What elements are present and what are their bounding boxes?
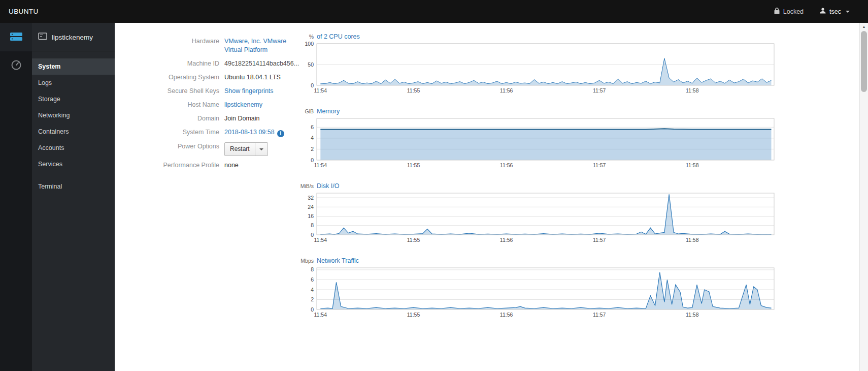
- svg-text:11:55: 11:55: [407, 162, 420, 168]
- info-label: Performance Profile: [152, 161, 219, 170]
- system-info-panel: Hardware VMware, Inc. VMware Virtual Pla…: [115, 37, 296, 371]
- sidebar-item-accounts[interactable]: Accounts: [32, 140, 115, 156]
- chart-unit: MiB/s: [296, 183, 314, 189]
- svg-text:0: 0: [311, 157, 314, 163]
- scrollbar[interactable]: ▲: [859, 23, 868, 371]
- sidebar-item-label: System: [38, 63, 60, 70]
- info-row-domain: Domain Join Domain: [152, 114, 296, 123]
- info-row-power-options: Power Options Restart: [152, 142, 296, 156]
- svg-text:11:57: 11:57: [593, 237, 606, 243]
- network-traffic-chart-plot: 0246811:5411:5511:5611:5711:58: [296, 266, 776, 319]
- svg-text:11:54: 11:54: [314, 162, 327, 168]
- sidebar-item-label: Logs: [38, 79, 52, 86]
- svg-text:11:57: 11:57: [593, 312, 606, 318]
- sidebar-item-system[interactable]: System: [32, 58, 115, 75]
- svg-text:2: 2: [311, 296, 314, 302]
- memory-chart-plot: 024611:5411:5511:5611:5711:58: [296, 116, 776, 169]
- show-fingerprints-link[interactable]: Show fingerprints: [224, 87, 274, 95]
- svg-text:6: 6: [311, 276, 314, 283]
- info-row-host-name: Host Name lipstickenemy: [152, 101, 296, 109]
- charts-panel: % of 2 CPU cores 05010011:5411:5511:5611…: [296, 33, 779, 371]
- info-label: Secure Shell Keys: [152, 87, 219, 96]
- info-label: Power Options: [152, 142, 219, 156]
- cpu-chart-title-link[interactable]: of 2 CPU cores: [317, 33, 360, 40]
- sidebar-item-label: Containers: [38, 128, 69, 135]
- chart-header: GiB Memory: [296, 108, 779, 115]
- svg-text:11:55: 11:55: [407, 87, 420, 94]
- svg-text:0: 0: [311, 232, 314, 238]
- disk-io-chart-plot: 0816243211:5411:5511:5611:5711:58: [296, 191, 776, 244]
- restart-split-button[interactable]: Restart: [224, 142, 268, 156]
- info-label: System Time: [152, 128, 219, 137]
- svg-text:11:56: 11:56: [500, 87, 513, 94]
- sidebar-item-storage[interactable]: Storage: [32, 91, 115, 107]
- svg-text:32: 32: [308, 195, 314, 201]
- chevron-down-icon: [259, 148, 263, 150]
- chart-header: Mbps Network Traffic: [296, 257, 779, 264]
- info-row-system-time: System Time 2018-08-13 09:58i: [152, 128, 296, 137]
- svg-text:16: 16: [308, 213, 314, 219]
- dashboard-tab[interactable]: [0, 51, 32, 80]
- info-row-ssh-keys: Secure Shell Keys Show fingerprints: [152, 87, 296, 96]
- system-time-link[interactable]: 2018-08-13 09:58: [224, 129, 275, 136]
- main-content: Hardware VMware, Inc. VMware Virtual Pla…: [115, 23, 868, 371]
- memory-chart-title-link[interactable]: Memory: [317, 108, 340, 115]
- app-topbar: UBUNTU Locked tsec: [0, 0, 868, 23]
- user-label: tsec: [829, 8, 841, 15]
- info-label: Machine ID: [152, 59, 219, 68]
- info-row-performance-profile: Performance Profile none: [152, 161, 296, 170]
- info-label: Domain: [152, 114, 219, 123]
- scrollbar-thumb[interactable]: [861, 31, 867, 92]
- os-value: Ubuntu 18.04.1 LTS: [224, 73, 281, 82]
- sidebar-item-networking[interactable]: Networking: [32, 107, 115, 123]
- sidebar-item-services[interactable]: Services: [32, 156, 115, 172]
- sidebar-item-logs[interactable]: Logs: [32, 75, 115, 91]
- sidebar-item-label: Storage: [38, 96, 60, 103]
- host-header[interactable]: lipstickenemy: [32, 23, 115, 51]
- svg-text:11:56: 11:56: [500, 162, 513, 168]
- cpu-chart: % of 2 CPU cores 05010011:5411:5511:5611…: [296, 33, 779, 95]
- locked-label: Locked: [783, 8, 804, 15]
- svg-text:11:54: 11:54: [314, 237, 327, 243]
- scroll-up-arrow[interactable]: ▲: [860, 23, 868, 30]
- host-name-link[interactable]: lipstickenemy: [224, 101, 262, 108]
- hardware-link[interactable]: VMware, Inc. VMware Virtual Platform: [224, 37, 296, 54]
- svg-text:11:58: 11:58: [686, 162, 699, 168]
- app-layout: lipstickenemy System Logs Storage Networ…: [0, 23, 868, 371]
- user-menu[interactable]: tsec: [814, 0, 856, 23]
- network-traffic-chart: Mbps Network Traffic 0246811:5411:5511:5…: [296, 257, 779, 319]
- lock-icon: [774, 8, 780, 16]
- performance-profile-value: none: [224, 161, 239, 170]
- svg-text:11:57: 11:57: [593, 162, 606, 168]
- join-domain-action[interactable]: Join Domain: [224, 114, 259, 123]
- svg-text:2: 2: [311, 146, 314, 152]
- locked-indicator[interactable]: Locked: [764, 8, 814, 16]
- sidebar-item-containers[interactable]: Containers: [32, 123, 115, 140]
- server-tab[interactable]: [0, 23, 32, 51]
- svg-text:11:58: 11:58: [686, 312, 699, 318]
- sidebar-item-label: Accounts: [38, 144, 64, 151]
- info-icon[interactable]: i: [277, 130, 284, 137]
- info-label: Host Name: [152, 101, 219, 109]
- svg-text:11:56: 11:56: [500, 237, 513, 243]
- svg-text:24: 24: [308, 204, 314, 210]
- icon-strip: [0, 23, 32, 371]
- network-traffic-chart-title-link[interactable]: Network Traffic: [317, 257, 359, 264]
- restart-dropdown-toggle[interactable]: [255, 143, 268, 156]
- svg-text:11:54: 11:54: [314, 312, 327, 318]
- host-icon: [38, 33, 47, 42]
- memory-chart: GiB Memory 024611:5411:5511:5611:5711:58: [296, 108, 779, 169]
- svg-text:11:58: 11:58: [686, 87, 699, 94]
- sidebar: lipstickenemy System Logs Storage Networ…: [32, 23, 115, 371]
- svg-text:8: 8: [311, 222, 314, 228]
- svg-text:11:55: 11:55: [407, 237, 420, 243]
- cpu-chart-plot: 05010011:5411:5511:5611:5711:58: [296, 42, 776, 95]
- chevron-down-icon: [846, 11, 850, 13]
- sidebar-item-terminal[interactable]: Terminal: [32, 178, 115, 195]
- info-label: Hardware: [152, 37, 219, 54]
- brand-title: UBUNTU: [0, 8, 39, 15]
- restart-button[interactable]: Restart: [225, 143, 255, 156]
- disk-io-chart-title-link[interactable]: Disk I/O: [317, 182, 339, 190]
- server-icon: [10, 32, 23, 43]
- sidebar-item-label: Terminal: [38, 183, 62, 190]
